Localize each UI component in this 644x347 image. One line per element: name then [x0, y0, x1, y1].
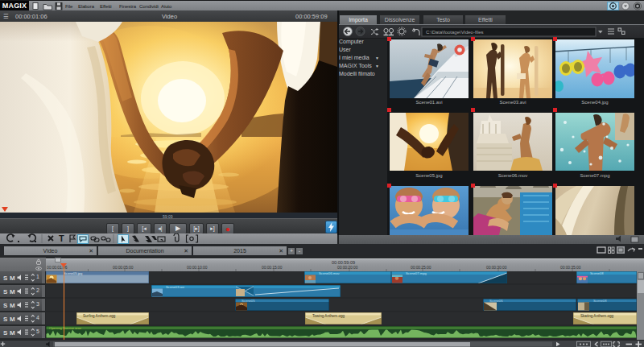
svg-text:C:\Data\footage\Video-files: C:\Data\footage\Video-files — [426, 29, 484, 34]
svg-text:Surfing Anthem.ogg: Surfing Anthem.ogg — [83, 314, 116, 318]
svg-text:Skating Anthem.ogg: Skating Anthem.ogg — [580, 314, 614, 318]
svg-text:Scene03.avi: Scene03.avi — [166, 285, 184, 289]
svg-text:Opening Sunrise.wav: Opening Sunrise.wav — [49, 326, 82, 330]
svg-text:Scene06.mov: Scene06.mov — [319, 271, 341, 275]
svg-text:Scene05: Scene05 — [242, 299, 255, 303]
svg-text:Scene08: Scene08 — [593, 299, 607, 303]
svg-text:Scene07.mpg: Scene07.mpg — [406, 271, 427, 275]
svg-text:Towing Anthem.ogg: Towing Anthem.ogg — [312, 314, 345, 318]
svg-text:Scene06: Scene06 — [489, 299, 503, 303]
svg-text:T: T — [59, 233, 64, 243]
svg-text:Scene05.jpg: Scene05.jpg — [64, 271, 83, 275]
svg-text:Scene08: Scene08 — [590, 271, 604, 275]
